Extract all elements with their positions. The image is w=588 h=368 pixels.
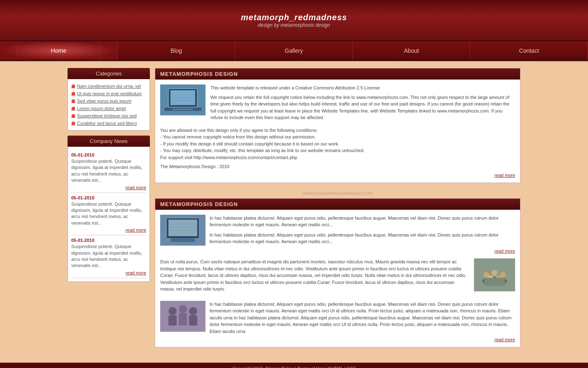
nav-home[interactable]: Home <box>0 41 118 60</box>
footer-terms[interactable]: Terms of Use <box>297 366 324 368</box>
news-item-2: 05-01-2010 Suspendisse potenti. Quisque … <box>71 193 146 236</box>
footer-privacy[interactable]: Privacy Policy <box>266 366 294 368</box>
news-item-1: 05-01-2010 Suspendisse potenti. Quisque … <box>71 150 146 193</box>
content-section-1: METAMORPHOSIS DESIGN <box>155 68 520 183</box>
cat-link-3[interactable]: Sed vitae purus quis ipsum <box>71 97 146 105</box>
site-subtitle: design by metamorphosis design <box>258 22 330 28</box>
nav-about[interactable]: About <box>353 41 471 60</box>
svg-rect-22 <box>484 278 505 286</box>
footer-xhtml[interactable]: XHTML <box>328 366 343 368</box>
main-nav: Home Blog Gallery About Contact <box>0 41 588 61</box>
news-date-1: 05-01-2010 <box>71 152 146 157</box>
section2-top: In hac habitasse platea dictumst. Aliqua… <box>160 215 515 255</box>
section2-header: METAMORPHOSIS DESIGN <box>155 199 520 210</box>
news-date-2: 05-01-2010 <box>71 195 146 200</box>
section2-bottom: In hac habitasse platea dictumst. Aliqua… <box>160 301 515 335</box>
section2-readmore2[interactable]: read more <box>160 337 515 342</box>
news-text-3: Suspendisse potenti. Quisque dignissim, … <box>71 244 146 269</box>
news-readmore-3[interactable]: read more <box>71 270 146 275</box>
categories-header: Categories <box>68 68 150 79</box>
svg-rect-29 <box>189 315 197 326</box>
section2-bottom-text: In hac habitasse platea dictumst. Aliqua… <box>210 301 515 335</box>
section1-body2: You are allowed to use this design only … <box>160 127 515 161</box>
nav-gallery[interactable]: Gallery <box>235 41 353 60</box>
news-text-1: Suspendisse potenti. Quisque dignissim, … <box>71 158 146 184</box>
cat-link-1[interactable]: Nam condimentum dui urna, vel <box>71 82 146 90</box>
svg-point-28 <box>189 307 197 315</box>
section2-para2: In hac habitasse platea dictumst. Aliqua… <box>210 232 515 245</box>
footer-line1: Copyright 2010. Privacy Policy | Terms o… <box>3 366 585 368</box>
news-item-3: 05-01-2010 Suspendisse potenti. Quisque … <box>71 235 146 278</box>
section1-copyright: This website template is released under … <box>210 84 515 91</box>
section1-readmore[interactable]: read more <box>160 173 515 178</box>
site-footer: Copyright 2010. Privacy Policy | Terms o… <box>0 363 588 368</box>
main-layout: Categories Nam condimentum dui urna, vel… <box>68 62 520 359</box>
news-header: Company News <box>68 136 150 147</box>
svg-rect-27 <box>179 313 187 326</box>
section1-image <box>160 84 205 115</box>
svg-point-24 <box>168 307 177 315</box>
section1-header: METAMORPHOSIS DESIGN <box>155 68 520 80</box>
section1-body1: We request you retain the full copyright… <box>210 94 515 121</box>
cat-link-5[interactable]: Suspendisse tristique nisi sed <box>71 112 146 120</box>
section2-image3 <box>160 301 205 332</box>
site-title: metamorph_redmadness <box>241 13 347 22</box>
section2-image2 <box>474 258 515 291</box>
svg-rect-10 <box>168 220 197 236</box>
section1-body: This website template is released under … <box>155 80 520 183</box>
section1-text: This website template is released under … <box>210 84 515 124</box>
section2-middle: Duis ut nulla purus. Cum sociis natoque … <box>160 258 515 297</box>
section1-extra: You are allowed to use this design only … <box>160 127 515 170</box>
section2-body: In hac habitasse platea dictumst. Aliqua… <box>155 210 520 347</box>
svg-point-18 <box>492 270 497 276</box>
section1-body3: The Metamorphosis Design : 2010 <box>160 163 515 170</box>
cat-link-2[interactable]: Ut quis neque in erat vestibulum <box>71 90 146 97</box>
cat-link-4[interactable]: Lorem ipsum dolor amet <box>71 105 146 112</box>
content-section-2: METAMORPHOSIS DESIGN <box>155 198 520 348</box>
news-text-2: Suspendisse potenti. Quisque dignissim, … <box>71 201 146 227</box>
watermark-bar: www.thepremiumwebsite.com <box>155 188 520 198</box>
svg-rect-4 <box>173 109 193 110</box>
nav-contact[interactable]: Contact <box>470 41 588 60</box>
sidebar: Categories Nam condimentum dui urna, vel… <box>68 68 150 352</box>
footer-css[interactable]: CSS <box>347 366 356 368</box>
categories-section: Categories Nam condimentum dui urna, vel… <box>68 68 150 131</box>
section2-readmore1[interactable]: read more <box>210 248 515 255</box>
section2-textblock: In hac habitasse platea dictumst. Aliqua… <box>210 215 515 255</box>
categories-body: Nam condimentum dui urna, vel Ut quis ne… <box>68 79 150 131</box>
content-area: METAMORPHOSIS DESIGN <box>155 68 520 352</box>
news-readmore-1[interactable]: read more <box>71 185 146 190</box>
section2-para1: In hac habitasse platea dictumst. Aliqua… <box>210 215 515 228</box>
news-date-3: 05-01-2010 <box>71 238 146 243</box>
svg-point-26 <box>179 305 187 313</box>
news-body: 05-01-2010 Suspendisse potenti. Quisque … <box>68 147 150 282</box>
section2-image1 <box>160 215 205 246</box>
first-article: This website template is released under … <box>160 84 515 124</box>
section2-lower-para: Duis ut nulla purus. Cum sociis natoque … <box>160 258 470 293</box>
svg-rect-25 <box>168 315 177 326</box>
nav-blog[interactable]: Blog <box>118 41 236 60</box>
footer-copyright: Copyright 2010. <box>232 366 264 368</box>
site-header: metamorph_redmadness design by metamorph… <box>0 0 588 41</box>
cat-link-6[interactable]: Curabitur sed lacus sed libero <box>71 120 146 127</box>
svg-rect-14 <box>170 239 195 242</box>
news-section: Company News 05-01-2010 Suspendisse pote… <box>68 136 150 282</box>
news-readmore-2[interactable]: read more <box>71 227 146 232</box>
